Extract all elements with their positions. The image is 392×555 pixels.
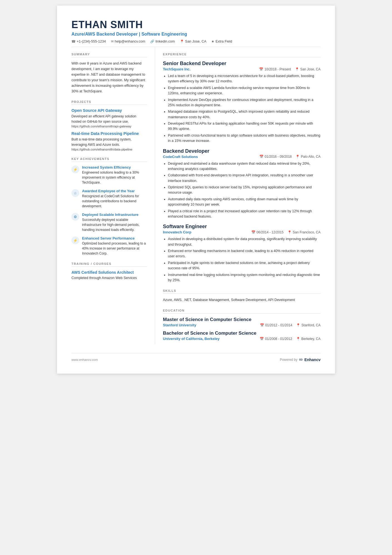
achievement-body-3: Enhanced Server Performance Optimized ba… xyxy=(82,236,147,256)
edu-dates-1: 📅 01/2008 - 01/2012 xyxy=(260,337,292,341)
email-text: help@enhancv.com xyxy=(115,40,145,43)
linkedin-icon: 🔗 xyxy=(150,40,154,43)
footer-brand: Powered by ∞ Enhancv xyxy=(280,357,321,362)
achievement-desc-2: Successfully deployed scalable infrastru… xyxy=(82,217,147,232)
job-dates-1: 📅 01/2016 - 09/2018 xyxy=(259,155,292,159)
job-location-0: 📍 San Jose, CA xyxy=(295,67,321,71)
project-title-1: Real-time Data Processing Pipeline xyxy=(71,131,147,136)
linkedin-text: linkedin.com xyxy=(155,40,175,43)
summary-text: With over 8 years in Azure and AWS backe… xyxy=(71,61,147,94)
achievements-section-header: KEY ACHIEVEMENTS xyxy=(71,157,147,162)
job-dates-loc-1: 📅 01/2016 - 09/2018 📍 Palo Alto, CA xyxy=(259,155,321,159)
achievement-title-2: Deployed Scalable Infrastructure xyxy=(82,213,147,217)
training-desc-0: Completed through Amazon Web Services xyxy=(71,275,147,281)
bullet-0-2: Implemented Azure DevOps pipelines for c… xyxy=(168,97,321,108)
extra-text: Extra Field xyxy=(215,40,232,43)
contact-email: ✉ help@enhancv.com xyxy=(111,40,145,43)
contact-phone: ☎ +1-(234)-555-1234 xyxy=(71,40,106,43)
calendar-icon-0: 📅 xyxy=(259,67,263,71)
email-icon: ✉ xyxy=(111,40,114,43)
phone-text: +1-(234)-555-1234 xyxy=(77,40,106,43)
powered-by-text: Powered by xyxy=(280,358,297,362)
achievement-body-2: Deployed Scalable Infrastructure Success… xyxy=(82,213,147,232)
achievement-icon-3: ⚡ xyxy=(71,236,79,244)
achievement-title-1: Awarded Employee of the Year xyxy=(82,189,147,193)
job-title-1: Backend Developer xyxy=(163,148,321,154)
job-dates-0: 📅 10/2018 - Present xyxy=(259,67,291,71)
job-bullets-0: Led a team of 5 in developing a microser… xyxy=(163,73,321,144)
contact-linkedin: 🔗 linkedin.com xyxy=(150,40,175,43)
left-column: SUMMARY With over 8 years in Azure and A… xyxy=(71,47,155,344)
achievement-icon-1: ☆ xyxy=(71,189,79,197)
achievement-desc-0: Engineered solutions leading to a 30% im… xyxy=(82,170,147,185)
bullet-1-2: Optimized SQL queries to reduce server l… xyxy=(168,185,321,196)
education-section-header: EDUCATION xyxy=(163,309,321,314)
edu-meta-0: Stanford University 📅 01/2012 - 01/2014 … xyxy=(163,323,321,327)
bullet-0-1: Engineered a scalable AWS Lambda functio… xyxy=(168,85,321,96)
job-title-0: Senior Backend Developer xyxy=(163,61,321,66)
achievement-desc-1: Recognized at CodeCraft Solutions for ou… xyxy=(82,194,147,209)
projects-section-header: PROJECTS xyxy=(71,100,147,105)
location-text: San Jose, CA xyxy=(185,40,206,43)
job-location-1: 📍 Palo Alto, CA xyxy=(296,155,321,159)
achievement-item-3: ⚡ Enhanced Server Performance Optimized … xyxy=(71,236,147,256)
job-bullets-2: Assisted in developing a distributed sys… xyxy=(163,236,321,283)
skills-text: Azure, AWS, .NET, Database Management, S… xyxy=(163,297,321,303)
footer-url: www.enhancv.com xyxy=(71,358,98,361)
bullet-2-1: Enhanced error handling mechanisms in ba… xyxy=(168,248,321,259)
training-section-header: TRAINING / COURSES xyxy=(71,262,147,267)
skills-section-header: SKILLS xyxy=(163,289,321,294)
job-meta-0: TechSquare Inc. 📅 10/2018 - Present 📍 Sa… xyxy=(163,67,321,71)
job-meta-1: CodeCraft Solutions 📅 01/2016 - 09/2018 … xyxy=(163,155,321,159)
edu-meta-1: University of California, Berkeley 📅 01/… xyxy=(163,337,321,341)
achievement-title-3: Enhanced Server Performance xyxy=(82,236,147,240)
bullet-1-4: Played a critical role in a project that… xyxy=(168,209,321,219)
edu-location-1: 📍 Berkeley, CA xyxy=(296,337,321,341)
edu-calendar-icon-0: 📅 xyxy=(260,323,264,327)
contact-bar: ☎ +1-(234)-555-1234 ✉ help@enhancv.com 🔗… xyxy=(71,40,321,47)
achievement-body-1: Awarded Employee of the Year Recognized … xyxy=(82,189,147,209)
edu-degree-0: Master of Science in Computer Science xyxy=(163,317,321,322)
job-location-2: 📍 San Francisco, CA xyxy=(287,230,321,234)
resume-header: ETHAN SMITH Azure/AWS Backend Developer … xyxy=(71,19,321,47)
bullet-1-0: Designed and maintained a data warehouse… xyxy=(168,161,321,172)
achievement-item-2: ⚙ Deployed Scalable Infrastructure Succe… xyxy=(71,213,147,232)
right-column: EXPERIENCE Senior Backend Developer Tech… xyxy=(155,47,321,344)
achievement-icon-0: ⚡ xyxy=(71,166,79,173)
bullet-1-1: Collaborated with front-end developers t… xyxy=(168,173,321,184)
bullet-2-0: Assisted in developing a distributed sys… xyxy=(168,236,321,247)
bullet-0-0: Led a team of 5 in developing a microser… xyxy=(168,73,321,84)
project-link-0: https://github.com/ethansmith/api-gatewa… xyxy=(71,125,147,128)
training-title-0: AWS Certified Solutions Architect xyxy=(71,270,147,275)
achievement-title-0: Increased System Efficiency xyxy=(82,165,147,169)
edu-degree-1: Bachelor of Science in Computer Science xyxy=(163,330,321,336)
candidate-title: Azure/AWS Backend Developer | Software E… xyxy=(71,32,321,37)
enhancv-logo-icon: ∞ xyxy=(299,357,303,362)
project-desc-1: Built a real-time data processing system… xyxy=(71,137,147,147)
bullet-0-4: Developed RESTful APIs for a banking app… xyxy=(168,121,321,132)
achievement-icon-2: ⚙ xyxy=(71,213,79,221)
phone-icon: ☎ xyxy=(71,40,76,43)
edu-pin-icon-1: 📍 xyxy=(296,337,300,341)
bullet-0-3: Managed database migration to PostgreSQL… xyxy=(168,109,321,120)
pin-icon-1: 📍 xyxy=(296,155,300,159)
project-title-0: Open Source API Gateway xyxy=(71,108,147,113)
bullet-2-2: Participated in Agile sprints to deliver… xyxy=(168,260,321,271)
bullet-0-5: Partnered with cross-functional teams to… xyxy=(168,133,321,144)
edu-dates-loc-0: 📅 01/2012 - 01/2014 📍 Stanford, CA xyxy=(260,323,321,327)
job-company-2: Innovatech Corp xyxy=(163,230,192,234)
achievement-item-0: ⚡ Increased System Efficiency Engineered… xyxy=(71,165,147,185)
summary-section-header: SUMMARY xyxy=(71,53,147,57)
edu-school-0: Stanford University xyxy=(163,323,196,327)
job-dates-loc-2: 📅 06/2014 - 12/2015 📍 San Francisco, CA xyxy=(251,230,321,234)
calendar-icon-1: 📅 xyxy=(259,155,264,159)
edu-location-0: 📍 Stanford, CA xyxy=(296,323,321,327)
achievement-item-1: ☆ Awarded Employee of the Year Recognize… xyxy=(71,189,147,209)
contact-location: 📍 San Jose, CA xyxy=(180,40,206,43)
edu-dates-loc-1: 📅 01/2008 - 01/2012 📍 Berkeley, CA xyxy=(260,337,321,341)
candidate-name: ETHAN SMITH xyxy=(71,19,321,31)
edu-school-1: University of California, Berkeley xyxy=(163,337,220,341)
edu-dates-0: 📅 01/2012 - 01/2014 xyxy=(260,323,292,327)
job-company-0: TechSquare Inc. xyxy=(163,67,190,71)
pin-icon-2: 📍 xyxy=(287,230,292,234)
